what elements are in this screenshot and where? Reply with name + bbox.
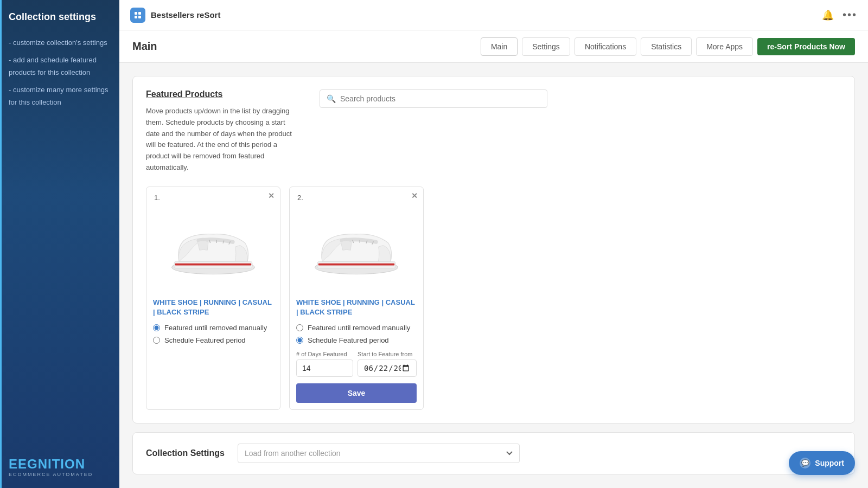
schedule-labels: # of Days Featured Start to Feature from (296, 351, 417, 357)
nav-tabs: Main Settings Notifications Statistics M… (481, 37, 855, 56)
product-1-option2-radio[interactable] (153, 337, 160, 344)
featured-header: Featured Products Move products up/down … (146, 89, 841, 174)
days-featured-input[interactable] (296, 359, 353, 377)
product-2-image (296, 204, 417, 291)
schedule-fields: # of Days Featured Start to Feature from… (296, 351, 417, 403)
product-1-radio-group: Featured until removed manually Schedule… (153, 324, 273, 344)
svg-rect-0 (135, 12, 137, 15)
tab-notifications[interactable]: Notifications (575, 37, 636, 56)
topbar-title: Bestsellers reSort (151, 10, 822, 20)
product-2-close-button[interactable]: ✕ (411, 191, 418, 200)
featured-title-col: Featured Products Move products up/down … (146, 89, 298, 174)
topbar: Bestsellers reSort 🔔 ••• (119, 0, 868, 30)
main-content: Bestsellers reSort 🔔 ••• Main Main Setti… (119, 0, 868, 488)
bell-icon[interactable]: 🔔 (822, 9, 834, 21)
tab-statistics[interactable]: Statistics (641, 37, 692, 56)
support-label: Support (815, 459, 844, 467)
product-2-radio-group: Featured until removed manually Schedule… (296, 324, 417, 344)
product-2-option1-label[interactable]: Featured until removed manually (296, 324, 417, 332)
collection-settings-title: Collection Settings (146, 448, 225, 458)
days-label: # of Days Featured (296, 351, 353, 357)
product-1-number: 1. (152, 192, 162, 203)
product-card-1: 1. ✕ (146, 187, 280, 410)
resort-products-button[interactable]: re-Sort Products Now (757, 38, 855, 55)
featured-products-title: Featured Products (146, 89, 298, 99)
sidebar: Collection settings - customize collecti… (0, 0, 119, 488)
product-2-number: 2. (295, 192, 305, 203)
product-card-2: 2. ✕ (289, 187, 424, 410)
more-icon[interactable]: ••• (843, 9, 857, 21)
search-input[interactable] (340, 94, 540, 103)
product-2-option1-radio[interactable] (296, 324, 303, 331)
svg-rect-14 (318, 264, 394, 266)
topbar-icons: 🔔 ••• (822, 9, 857, 21)
sidebar-nav-item-1: - customize collection's settings (9, 36, 111, 49)
tab-main[interactable]: Main (481, 37, 518, 56)
sidebar-title: Collection settings (9, 11, 111, 23)
collection-select[interactable]: Load from another collection (238, 444, 520, 463)
page-header: Main Main Settings Notifications Statist… (119, 30, 868, 63)
product-1-option2-label[interactable]: Schedule Featured period (153, 336, 273, 344)
sidebar-nav-item-3: - customize many more settings for this … (9, 84, 111, 109)
sidebar-nav-item-2: - add and schedule featured products for… (9, 54, 111, 79)
sidebar-accent (0, 0, 2, 488)
support-button[interactable]: 💬 Support (789, 451, 855, 475)
app-icon (130, 8, 145, 23)
svg-rect-2 (135, 16, 137, 18)
page-title: Main (132, 40, 481, 53)
search-col: 🔍 (320, 89, 841, 108)
tab-settings[interactable]: Settings (522, 37, 570, 56)
search-box: 🔍 (320, 89, 547, 108)
shoe-image-2 (308, 218, 405, 278)
product-1-option1-radio[interactable] (153, 324, 160, 331)
logo-text: EEGNITION (9, 457, 111, 472)
product-1-option1-label[interactable]: Featured until removed manually (153, 324, 273, 332)
search-icon: 🔍 (327, 94, 336, 103)
sidebar-nav: - customize collection's settings - add … (9, 36, 111, 113)
product-1-close-button[interactable]: ✕ (268, 191, 275, 200)
svg-rect-1 (138, 12, 141, 15)
product-2-option2-label[interactable]: Schedule Featured period (296, 336, 417, 344)
featured-products-description: Move products up/down in the list by dra… (146, 106, 298, 174)
svg-rect-3 (138, 16, 141, 18)
content-area: Featured Products Move products up/down … (119, 63, 868, 488)
egnition-logo: EEGNITION ECOMMERCE AUTOMATED (9, 457, 111, 477)
product-2-name: WHITE SHOE | RUNNING | CASUAL | BLACK ST… (296, 298, 417, 317)
product-1-option2-text: Schedule Featured period (164, 336, 246, 344)
featured-products-card: Featured Products Move products up/down … (132, 76, 855, 423)
chat-icon: 💬 (800, 458, 810, 468)
date-label: Start to Feature from (358, 351, 412, 357)
save-button[interactable]: Save (296, 383, 417, 403)
product-2-option2-radio[interactable] (296, 337, 303, 344)
schedule-inputs (296, 359, 417, 377)
logo-sub: ECOMMERCE AUTOMATED (9, 472, 111, 477)
product-1-option1-text: Featured until removed manually (164, 324, 267, 332)
svg-rect-6 (175, 264, 251, 266)
tab-more-apps[interactable]: More Apps (696, 37, 753, 56)
start-date-input[interactable] (358, 359, 417, 377)
collection-settings-card: Collection Settings Load from another co… (132, 432, 855, 474)
products-row: 1. ✕ (146, 187, 841, 410)
product-2-option1-text: Featured until removed manually (308, 324, 410, 332)
product-1-image (153, 204, 273, 291)
product-1-name: WHITE SHOE | RUNNING | CASUAL | BLACK ST… (153, 298, 273, 317)
sidebar-bottom: EEGNITION ECOMMERCE AUTOMATED (9, 457, 111, 477)
shoe-image-1 (164, 218, 262, 278)
product-2-option2-text: Schedule Featured period (308, 336, 389, 344)
